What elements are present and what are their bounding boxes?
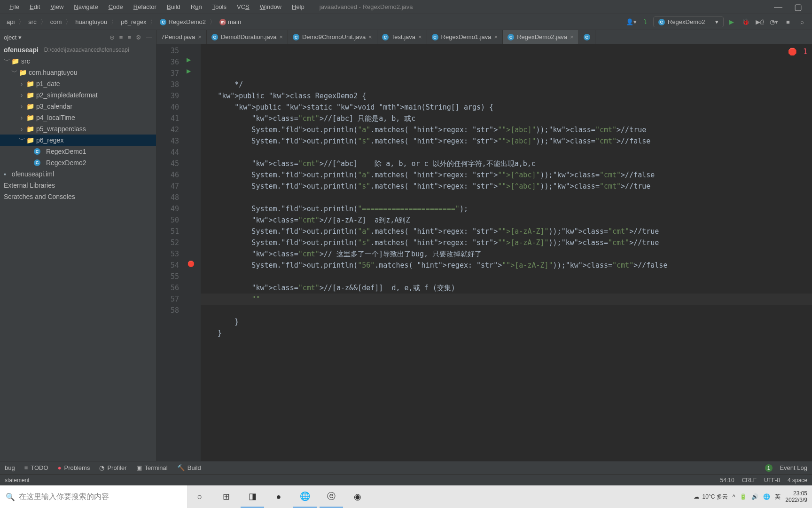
menu-code[interactable]: Code bbox=[104, 1, 128, 12]
tree-p3[interactable]: ›📁p3_calendar bbox=[0, 101, 156, 112]
close-icon[interactable]: × bbox=[198, 33, 202, 40]
task-view-icon[interactable]: ⊞ bbox=[214, 485, 238, 508]
bc-p6[interactable]: p6_regex bbox=[118, 17, 149, 26]
tray-ime[interactable]: 英 bbox=[775, 493, 781, 501]
tray-chevron-icon[interactable]: ^ bbox=[733, 493, 735, 500]
menu-build[interactable]: Build bbox=[162, 1, 185, 12]
error-bulb-icon[interactable]: 🛑 bbox=[187, 261, 195, 267]
tree-p1[interactable]: ›📁p1_date bbox=[0, 78, 156, 89]
menu-help[interactable]: Help bbox=[287, 1, 309, 12]
tree-p2[interactable]: ›📁p2_simpledateformat bbox=[0, 89, 156, 101]
coverage-button[interactable]: ▶⎙ bbox=[754, 16, 766, 28]
collapse-all-icon[interactable]: ≡ bbox=[127, 34, 131, 41]
tray-volume-icon[interactable]: 🔊 bbox=[751, 493, 758, 500]
status-cursor-pos[interactable]: 54:10 bbox=[720, 477, 734, 484]
bt-build[interactable]: 🔨 Build bbox=[177, 464, 201, 471]
bt-bug[interactable]: bug bbox=[5, 464, 15, 471]
run-gutter-icon[interactable]: ▶ bbox=[187, 68, 191, 74]
tab-regex1[interactable]: CRegexDemo1.java× bbox=[427, 30, 503, 44]
bc-pkg[interactable]: huangtuyou bbox=[72, 17, 110, 26]
tab-test[interactable]: CTest.java× bbox=[377, 30, 427, 44]
project-panel-label[interactable]: oject ▾ bbox=[4, 34, 107, 41]
menu-vcs[interactable]: VCS bbox=[232, 1, 254, 12]
menu-run[interactable]: Run bbox=[186, 1, 207, 12]
build-hammer-icon[interactable]: ⤵ bbox=[639, 16, 651, 28]
tray-network-icon[interactable]: 🌐 bbox=[763, 493, 770, 500]
error-indicator[interactable]: 🛑 1 bbox=[788, 46, 807, 57]
expand-all-icon[interactable]: ≡ bbox=[119, 34, 123, 41]
menu-view[interactable]: View bbox=[46, 1, 68, 12]
tree-iml[interactable]: ▪ ofenuseapi.iml bbox=[0, 168, 156, 180]
tree-regexdemo1[interactable]: C RegexDemo1 bbox=[0, 146, 156, 157]
menu-tools[interactable]: Tools bbox=[208, 1, 231, 12]
close-icon[interactable]: × bbox=[368, 33, 372, 40]
gutter[interactable]: 3536373839404142434445464748495051525354… bbox=[156, 44, 185, 461]
weather-widget[interactable]: ☁ 10°C 多云 bbox=[694, 493, 727, 501]
tab-period[interactable]: 7Period.java× bbox=[156, 30, 207, 44]
close-icon[interactable]: × bbox=[570, 33, 574, 40]
search-placeholder: 在这里输入你要搜索的内容 bbox=[19, 492, 109, 502]
settings-icon[interactable]: ⚙ bbox=[136, 34, 141, 41]
bc-com[interactable]: com bbox=[47, 17, 65, 26]
tab-demo9[interactable]: CDemo9ChronoUnit.java× bbox=[288, 30, 377, 44]
bt-terminal[interactable]: ▣ Terminal bbox=[136, 464, 168, 471]
status-line-ending[interactable]: CRLF bbox=[742, 477, 757, 484]
tray-clock[interactable]: 23:05 2022/3/9 bbox=[785, 490, 807, 503]
taskbar-app-edge[interactable]: 🌐 bbox=[293, 485, 317, 508]
windows-search[interactable]: 🔍 在这里输入你要搜索的内容 bbox=[0, 485, 188, 508]
taskbar-app-recorder[interactable]: ● bbox=[267, 485, 290, 508]
profile-button[interactable]: ◔▾ bbox=[768, 16, 780, 28]
method-icon: m bbox=[219, 19, 226, 25]
hide-icon[interactable]: — bbox=[146, 34, 152, 41]
close-icon[interactable]: × bbox=[418, 33, 422, 40]
taskbar-app-ie[interactable]: ⓔ bbox=[320, 485, 343, 508]
taskbar-app-intellij[interactable]: ◨ bbox=[241, 485, 264, 508]
close-icon[interactable]: × bbox=[279, 33, 283, 40]
tree-scratches[interactable]: Scratches and Consoles bbox=[0, 191, 156, 202]
tree-p4[interactable]: ›📁p4_localTime bbox=[0, 112, 156, 123]
tree-p5[interactable]: ›📁p5_wrapperclass bbox=[0, 123, 156, 135]
debug-button[interactable]: 🐞 bbox=[740, 16, 752, 28]
project-panel: oject ▾ ⊕ ≡ ≡ ⚙ — ofenuseapi D:\code\jav… bbox=[0, 30, 156, 461]
tab-more[interactable]: C bbox=[579, 30, 595, 44]
tree-external-libraries[interactable]: External Libraries bbox=[0, 180, 156, 191]
menu-refactor[interactable]: Refactor bbox=[129, 1, 161, 12]
menu-window[interactable]: Window bbox=[255, 1, 286, 12]
class-icon: C bbox=[160, 19, 166, 25]
minimize-button[interactable]: — bbox=[769, 2, 788, 12]
maximize-button[interactable]: ▢ bbox=[789, 2, 807, 12]
menu-file[interactable]: File bbox=[5, 1, 24, 12]
menu-navigate[interactable]: Navigate bbox=[69, 1, 102, 12]
run-config-selector[interactable]: C RegexDemo2 ▾ bbox=[653, 16, 724, 27]
run-button[interactable]: ▶ bbox=[726, 16, 738, 28]
code-area[interactable]: 🛑 1 */ "kw">public "kw">class RegexDemo2… bbox=[201, 44, 812, 461]
cortana-icon[interactable]: ○ bbox=[188, 485, 211, 508]
project-tree[interactable]: ofenuseapi D:\code\javaadvanced\ofenusea… bbox=[0, 44, 156, 461]
tree-src[interactable]: ﹀📁src bbox=[0, 56, 156, 67]
status-encoding[interactable]: UTF-8 bbox=[764, 477, 780, 484]
run-gutter-icon[interactable]: ▶ bbox=[187, 56, 191, 63]
locate-icon[interactable]: ⊕ bbox=[109, 34, 115, 41]
tab-regex2[interactable]: CRegexDemo2.java× bbox=[503, 30, 579, 44]
tree-root[interactable]: ofenuseapi D:\code\javaadvanced\ofenusea… bbox=[0, 44, 156, 56]
tree-p6[interactable]: ﹀📁p6_regex bbox=[0, 135, 156, 146]
bt-eventlog[interactable]: 1 Event Log bbox=[765, 464, 807, 472]
bc-src[interactable]: src bbox=[25, 17, 39, 26]
close-icon[interactable]: × bbox=[494, 33, 498, 40]
search-everywhere-icon[interactable]: ⌕ bbox=[796, 16, 808, 28]
status-indent[interactable]: 4 space bbox=[788, 477, 807, 484]
tab-demo8[interactable]: CDemo8Duration.java× bbox=[207, 30, 288, 44]
tray-battery-icon[interactable]: 🔋 bbox=[740, 493, 747, 500]
menu-edit[interactable]: Edit bbox=[25, 1, 45, 12]
taskbar-app-chrome[interactable]: ◉ bbox=[346, 485, 369, 508]
bc-api[interactable]: api bbox=[4, 17, 17, 26]
bt-problems[interactable]: ● Problems bbox=[58, 464, 90, 471]
tree-regexdemo2[interactable]: C RegexDemo2 bbox=[0, 157, 156, 168]
tree-pkg[interactable]: ﹀📁com.huangtuyou bbox=[0, 67, 156, 78]
bt-todo[interactable]: ≡ TODO bbox=[24, 464, 48, 471]
bc-class[interactable]: CRegexDemo2 bbox=[157, 17, 209, 26]
stop-button[interactable]: ■ bbox=[782, 16, 794, 28]
bc-method[interactable]: mmain bbox=[217, 17, 244, 26]
bt-profiler[interactable]: ◔ Profiler bbox=[99, 464, 126, 471]
add-user-icon[interactable]: 👤▾ bbox=[625, 16, 637, 28]
